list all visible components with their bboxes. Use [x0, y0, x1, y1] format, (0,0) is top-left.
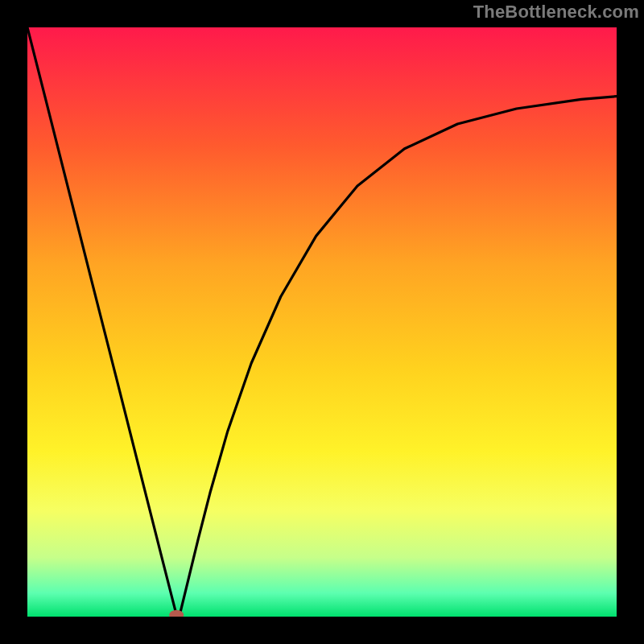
watermark-text: TheBottleneck.com [473, 2, 639, 23]
chart-plot [27, 27, 617, 617]
plot-background [27, 27, 617, 617]
outer-frame: TheBottleneck.com [0, 0, 644, 644]
